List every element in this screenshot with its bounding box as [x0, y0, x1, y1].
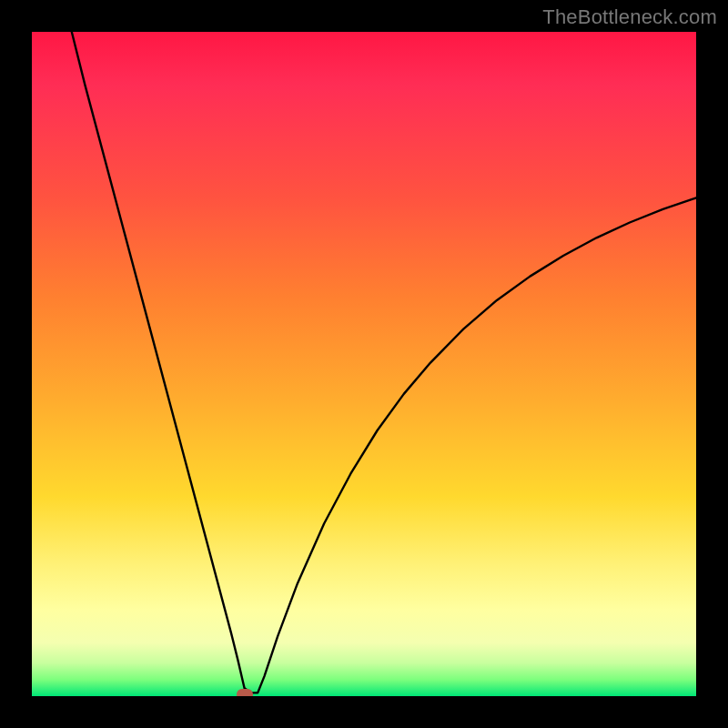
- curve-layer: [32, 32, 696, 696]
- minimum-marker: [237, 689, 253, 696]
- chart-frame: TheBottleneck.com: [0, 0, 728, 728]
- plot-area: [32, 32, 696, 696]
- bottleneck-curve: [72, 32, 696, 693]
- watermark-text: TheBottleneck.com: [542, 5, 717, 29]
